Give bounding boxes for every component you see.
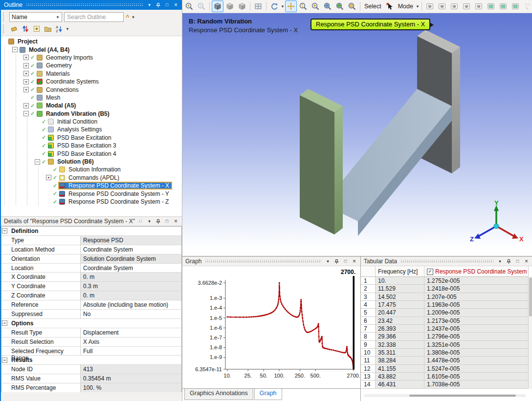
sort-az-button[interactable]: AZ bbox=[54, 24, 64, 34]
zoom-to-selection-button[interactable] bbox=[334, 0, 346, 12]
tab-graph[interactable]: Graph bbox=[254, 389, 282, 400]
mode-label[interactable]: Mode bbox=[396, 3, 415, 10]
collapse-search-icon[interactable]: ^ bbox=[126, 15, 130, 20]
table-row-13[interactable]: 1343.8821.6105e-005 bbox=[361, 373, 529, 380]
tree-item-random-vibration-b5[interactable]: −✓Random Vibration (B5) bbox=[1, 110, 182, 118]
window-menu-icon[interactable]: ▾ bbox=[146, 217, 153, 226]
tree-item-modal-a5[interactable]: +✓Modal (A5) bbox=[1, 102, 182, 109]
response-cell[interactable]: 1.2796e-005 bbox=[424, 333, 529, 340]
details-group-options[interactable]: −Options bbox=[1, 319, 181, 328]
pin-icon[interactable] bbox=[333, 257, 340, 266]
close-icon[interactable]: × bbox=[523, 257, 530, 266]
left-plate[interactable] bbox=[300, 89, 343, 234]
details-row-result-type[interactable]: Result TypeDisplacement bbox=[1, 328, 181, 338]
collapse-icon[interactable]: − bbox=[12, 47, 18, 52]
response-cell[interactable]: 1.3251e-005 bbox=[424, 341, 529, 349]
details-value[interactable]: Full bbox=[81, 347, 181, 356]
tree-item-solution-b6[interactable]: −✓Solution (B6) bbox=[1, 158, 182, 166]
frequency-cell[interactable]: 10. bbox=[376, 277, 424, 285]
table-row-4[interactable]: 417.4751.1963e-005 bbox=[361, 301, 529, 309]
selected-tree-item[interactable]: Response PSD Coordinate System - X bbox=[59, 182, 172, 189]
expand-icon[interactable]: + bbox=[23, 55, 29, 60]
frequency-cell[interactable]: 29.366 bbox=[376, 333, 424, 340]
close-icon[interactable]: × bbox=[173, 0, 179, 9]
clear-filter-button[interactable] bbox=[9, 24, 19, 34]
response-cell[interactable]: 1.2009e-005 bbox=[424, 309, 529, 317]
frequency-cell[interactable]: 41.155 bbox=[376, 365, 424, 373]
tab-graphics-annotations[interactable]: Graphics Annotations bbox=[184, 389, 253, 400]
response-cell[interactable]: 1.6105e-005 bbox=[424, 373, 529, 380]
zoom-button[interactable] bbox=[297, 0, 309, 12]
details-row-selected-frequency-range[interactable]: Selected Frequency RangeFull bbox=[1, 347, 181, 356]
details-row-orientation[interactable]: OrientationSolution Coordinate System bbox=[1, 254, 181, 264]
maximize-icon[interactable]: □ bbox=[164, 0, 170, 9]
table-row-6[interactable]: 623.421.2173e-005 bbox=[361, 317, 529, 325]
sort-az-button-dropdown-icon[interactable]: ▼ bbox=[66, 27, 69, 31]
frequency-cell[interactable]: 17.475 bbox=[376, 301, 424, 309]
response-cell[interactable]: 1.2173e-005 bbox=[424, 317, 529, 325]
details-row-result-selection[interactable]: Result SelectionX Axis bbox=[1, 338, 181, 347]
select-filter-button[interactable] bbox=[424, 0, 436, 12]
shaded-exterior-button[interactable] bbox=[224, 0, 236, 12]
collapse-icon[interactable]: − bbox=[1, 319, 9, 328]
details-row-y-coordinate[interactable]: Y Coordinate0.3 m bbox=[1, 282, 181, 291]
select-cursor-icon[interactable] bbox=[384, 0, 396, 12]
frequency-cell[interactable]: 14.502 bbox=[376, 293, 424, 301]
table-row-3[interactable]: 314.5021.207e-005 bbox=[361, 293, 529, 301]
rotate-button[interactable] bbox=[268, 0, 280, 12]
details-row-z-coordinate[interactable]: Z Coordinate0. m bbox=[1, 291, 181, 300]
select-faces-button[interactable] bbox=[461, 0, 472, 12]
table-row-2[interactable]: 211.5291.2418e-005 bbox=[361, 285, 529, 293]
frequency-cell[interactable]: 32.338 bbox=[376, 341, 424, 349]
result-annotation-tag[interactable]: Response PSD Coordinate System - X bbox=[310, 19, 430, 30]
tree-item-project[interactable]: −Project bbox=[1, 38, 182, 45]
tree-item-geometry-imports[interactable]: +✓Geometry Imports bbox=[1, 54, 182, 62]
window-menu-icon[interactable]: ▾ bbox=[146, 0, 153, 9]
table-row-14[interactable]: 1446.4311.7038e-005 bbox=[361, 380, 529, 388]
orientation-triad[interactable]: Y X Z bbox=[469, 199, 523, 253]
search-options-icon[interactable]: ▼ bbox=[132, 15, 135, 20]
table-row-9[interactable]: 932.3381.3251e-005 bbox=[361, 341, 529, 349]
select-nodes-button[interactable] bbox=[485, 0, 497, 12]
expand-icon[interactable]: + bbox=[23, 63, 29, 68]
tree-item-psd-base-excitation-3[interactable]: −✓PSD Base Excitation 3 bbox=[1, 142, 182, 149]
table-row-11[interactable]: 1138.2841.4478e-005 bbox=[361, 357, 529, 364]
details-row-rms-percentage[interactable]: RMS Percentage100. % bbox=[1, 383, 181, 392]
graphics-viewport[interactable]: B: Random Vibration Response PSD Coordin… bbox=[182, 13, 532, 256]
maximize-icon[interactable]: □ bbox=[342, 257, 349, 266]
response-psd-chart[interactable]: 3.6628e-21.e-31.e-41.e-51.e-61.e-71.e-81… bbox=[182, 267, 360, 389]
pin-icon[interactable] bbox=[506, 257, 512, 266]
response-cell[interactable]: 1.5247e-005 bbox=[424, 365, 529, 373]
frequency-cell[interactable]: 11.529 bbox=[376, 285, 424, 293]
search-input[interactable] bbox=[64, 12, 124, 22]
details-value[interactable]: Absolute (including base motion) bbox=[81, 300, 181, 309]
tree-item-psd-base-excitation[interactable]: −✓PSD Base Excitation bbox=[1, 134, 182, 142]
tree-item-analysis-settings[interactable]: −✓Analysis Settings bbox=[1, 126, 182, 133]
tree-item-geometry[interactable]: +✓Geometry bbox=[1, 62, 182, 69]
zoom-box-back-button[interactable] bbox=[183, 0, 195, 12]
column-checkbox[interactable]: ✓ bbox=[427, 269, 433, 275]
pin-icon[interactable] bbox=[155, 0, 161, 9]
tree-item-coordinate-systems[interactable]: +✓Coordinate Systems bbox=[1, 78, 182, 85]
expand-icon[interactable]: + bbox=[23, 103, 29, 108]
frequency-cell[interactable]: 38.284 bbox=[376, 357, 424, 364]
details-value[interactable]: Coordinate System bbox=[81, 264, 181, 273]
shaded-exterior-edges-button[interactable] bbox=[212, 0, 223, 12]
tree-item-psd-base-excitation-4[interactable]: −✓PSD Base Excitation 4 bbox=[1, 149, 182, 157]
pan-button[interactable] bbox=[285, 0, 297, 12]
details-row-node-id[interactable]: Node ID413 bbox=[1, 365, 181, 374]
expand-icon[interactable]: + bbox=[23, 79, 29, 84]
magnifier-window-button[interactable] bbox=[346, 0, 358, 12]
select-edges-button[interactable] bbox=[448, 0, 460, 12]
response-cell[interactable]: 1.4478e-005 bbox=[424, 357, 529, 364]
details-value[interactable]: Coordinate System bbox=[81, 245, 181, 254]
close-icon[interactable]: × bbox=[351, 257, 357, 266]
details-group-results[interactable]: −Results bbox=[1, 356, 181, 365]
details-row-location-method[interactable]: Location MethodCoordinate System bbox=[1, 245, 181, 254]
response-cell[interactable]: 1.2418e-005 bbox=[424, 285, 529, 293]
details-value[interactable]: No bbox=[81, 310, 181, 318]
details-value[interactable]: Displacement bbox=[81, 328, 181, 337]
collapse-icon[interactable]: − bbox=[35, 159, 40, 165]
vertical-scrollbar[interactable] bbox=[529, 276, 532, 389]
table-row-5[interactable]: 520.4471.2009e-005 bbox=[361, 309, 529, 317]
